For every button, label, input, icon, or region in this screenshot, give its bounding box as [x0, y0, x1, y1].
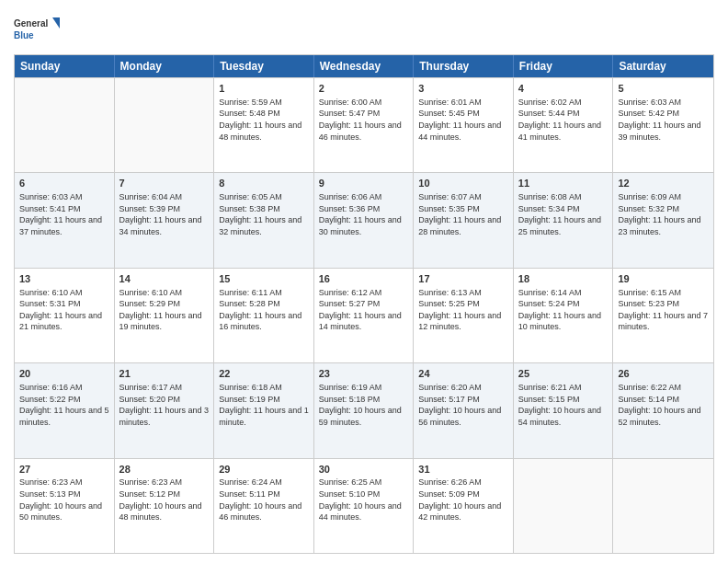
day-cell-29: 29Sunrise: 6:24 AM Sunset: 5:11 PM Dayli…	[214, 459, 314, 553]
day-cell-5: 5Sunrise: 6:03 AM Sunset: 5:42 PM Daylig…	[613, 78, 713, 172]
calendar: SundayMondayTuesdayWednesdayThursdayFrid…	[14, 54, 714, 554]
day-number: 21	[119, 367, 210, 381]
day-info: Sunrise: 6:19 AM Sunset: 5:18 PM Dayligh…	[319, 382, 409, 428]
header-cell-wednesday: Wednesday	[314, 55, 415, 77]
day-number: 11	[518, 177, 609, 190]
day-number: 24	[418, 367, 508, 381]
day-info: Sunrise: 6:20 AM Sunset: 5:17 PM Dayligh…	[418, 382, 508, 428]
day-info: Sunrise: 6:04 AM Sunset: 5:39 PM Dayligh…	[119, 191, 210, 237]
day-info: Sunrise: 6:07 AM Sunset: 5:35 PM Dayligh…	[418, 191, 508, 237]
day-number: 19	[618, 272, 709, 286]
day-number: 15	[219, 272, 309, 286]
day-number: 29	[219, 463, 309, 477]
day-cell-17: 17Sunrise: 6:13 AM Sunset: 5:25 PM Dayli…	[414, 269, 514, 362]
day-cell-27: 27Sunrise: 6:23 AM Sunset: 5:13 PM Dayli…	[15, 459, 115, 553]
svg-text:Blue: Blue	[14, 30, 34, 40]
empty-cell	[15, 78, 115, 172]
day-info: Sunrise: 6:11 AM Sunset: 5:28 PM Dayligh…	[219, 287, 309, 333]
day-cell-31: 31Sunrise: 6:26 AM Sunset: 5:09 PM Dayli…	[414, 459, 514, 553]
header-cell-friday: Friday	[514, 55, 614, 77]
day-cell-30: 30Sunrise: 6:25 AM Sunset: 5:10 PM Dayli…	[314, 459, 415, 553]
calendar-body: 1Sunrise: 5:59 AM Sunset: 5:48 PM Daylig…	[15, 77, 713, 553]
day-number: 30	[319, 463, 409, 477]
day-number: 4	[518, 82, 609, 96]
day-info: Sunrise: 6:18 AM Sunset: 5:19 PM Dayligh…	[219, 382, 309, 428]
header-cell-sunday: Sunday	[15, 55, 115, 77]
day-info: Sunrise: 6:10 AM Sunset: 5:29 PM Dayligh…	[119, 287, 210, 333]
day-number: 13	[19, 272, 109, 286]
day-cell-9: 9Sunrise: 6:06 AM Sunset: 5:36 PM Daylig…	[314, 173, 415, 267]
day-cell-16: 16Sunrise: 6:12 AM Sunset: 5:27 PM Dayli…	[314, 269, 415, 362]
page-header: General Blue	[14, 14, 714, 47]
day-info: Sunrise: 6:03 AM Sunset: 5:42 PM Dayligh…	[618, 97, 709, 143]
logo: General Blue	[14, 14, 60, 47]
day-cell-28: 28Sunrise: 6:23 AM Sunset: 5:12 PM Dayli…	[115, 459, 215, 553]
day-cell-23: 23Sunrise: 6:19 AM Sunset: 5:18 PM Dayli…	[314, 363, 415, 457]
calendar-header: SundayMondayTuesdayWednesdayThursdayFrid…	[15, 55, 713, 77]
day-info: Sunrise: 6:15 AM Sunset: 5:23 PM Dayligh…	[618, 287, 709, 333]
day-number: 18	[518, 272, 609, 286]
day-number: 27	[19, 463, 109, 477]
day-info: Sunrise: 6:01 AM Sunset: 5:45 PM Dayligh…	[418, 97, 508, 143]
day-cell-20: 20Sunrise: 6:16 AM Sunset: 5:22 PM Dayli…	[15, 363, 115, 457]
day-number: 14	[119, 272, 210, 286]
day-info: Sunrise: 6:00 AM Sunset: 5:47 PM Dayligh…	[319, 97, 409, 143]
day-cell-8: 8Sunrise: 6:05 AM Sunset: 5:38 PM Daylig…	[214, 173, 314, 267]
calendar-row: 1Sunrise: 5:59 AM Sunset: 5:48 PM Daylig…	[15, 77, 713, 172]
day-info: Sunrise: 6:25 AM Sunset: 5:10 PM Dayligh…	[319, 477, 409, 523]
day-number: 3	[418, 82, 508, 96]
day-number: 28	[119, 463, 210, 477]
day-info: Sunrise: 6:09 AM Sunset: 5:32 PM Dayligh…	[618, 191, 709, 237]
day-info: Sunrise: 6:21 AM Sunset: 5:15 PM Dayligh…	[518, 382, 609, 428]
day-info: Sunrise: 6:23 AM Sunset: 5:13 PM Dayligh…	[19, 477, 109, 523]
day-cell-15: 15Sunrise: 6:11 AM Sunset: 5:28 PM Dayli…	[214, 269, 314, 362]
day-info: Sunrise: 6:10 AM Sunset: 5:31 PM Dayligh…	[19, 287, 109, 333]
day-cell-22: 22Sunrise: 6:18 AM Sunset: 5:19 PM Dayli…	[214, 363, 314, 457]
day-cell-6: 6Sunrise: 6:03 AM Sunset: 5:41 PM Daylig…	[15, 173, 115, 267]
day-info: Sunrise: 6:03 AM Sunset: 5:41 PM Dayligh…	[19, 191, 109, 237]
day-info: Sunrise: 6:22 AM Sunset: 5:14 PM Dayligh…	[618, 382, 709, 428]
day-info: Sunrise: 6:08 AM Sunset: 5:34 PM Dayligh…	[518, 191, 609, 237]
day-number: 20	[19, 367, 109, 381]
day-number: 9	[319, 177, 409, 190]
day-info: Sunrise: 6:14 AM Sunset: 5:24 PM Dayligh…	[518, 287, 609, 333]
day-cell-18: 18Sunrise: 6:14 AM Sunset: 5:24 PM Dayli…	[514, 269, 614, 362]
empty-cell	[613, 459, 713, 553]
day-cell-4: 4Sunrise: 6:02 AM Sunset: 5:44 PM Daylig…	[514, 78, 614, 172]
empty-cell	[514, 459, 614, 553]
header-cell-monday: Monday	[115, 55, 215, 77]
day-cell-12: 12Sunrise: 6:09 AM Sunset: 5:32 PM Dayli…	[613, 173, 713, 267]
day-info: Sunrise: 6:12 AM Sunset: 5:27 PM Dayligh…	[319, 287, 409, 333]
day-info: Sunrise: 6:26 AM Sunset: 5:09 PM Dayligh…	[418, 477, 508, 523]
day-info: Sunrise: 6:23 AM Sunset: 5:12 PM Dayligh…	[119, 477, 210, 523]
logo-icon: General Blue	[14, 14, 60, 47]
calendar-row: 6Sunrise: 6:03 AM Sunset: 5:41 PM Daylig…	[15, 172, 713, 267]
day-cell-2: 2Sunrise: 6:00 AM Sunset: 5:47 PM Daylig…	[314, 78, 415, 172]
day-number: 22	[219, 367, 309, 381]
day-cell-1: 1Sunrise: 5:59 AM Sunset: 5:48 PM Daylig…	[214, 78, 314, 172]
calendar-row: 13Sunrise: 6:10 AM Sunset: 5:31 PM Dayli…	[15, 268, 713, 362]
day-cell-10: 10Sunrise: 6:07 AM Sunset: 5:35 PM Dayli…	[414, 173, 514, 267]
header-cell-thursday: Thursday	[414, 55, 514, 77]
day-info: Sunrise: 5:59 AM Sunset: 5:48 PM Dayligh…	[219, 97, 309, 143]
day-number: 10	[418, 177, 508, 190]
day-cell-19: 19Sunrise: 6:15 AM Sunset: 5:23 PM Dayli…	[613, 269, 713, 362]
day-cell-7: 7Sunrise: 6:04 AM Sunset: 5:39 PM Daylig…	[115, 173, 215, 267]
day-number: 26	[618, 367, 709, 381]
day-number: 7	[119, 177, 210, 190]
day-number: 1	[219, 82, 309, 96]
day-cell-11: 11Sunrise: 6:08 AM Sunset: 5:34 PM Dayli…	[514, 173, 614, 267]
day-cell-14: 14Sunrise: 6:10 AM Sunset: 5:29 PM Dayli…	[115, 269, 215, 362]
header-cell-saturday: Saturday	[613, 55, 713, 77]
header-cell-tuesday: Tuesday	[214, 55, 314, 77]
day-info: Sunrise: 6:17 AM Sunset: 5:20 PM Dayligh…	[119, 382, 210, 428]
day-info: Sunrise: 6:16 AM Sunset: 5:22 PM Dayligh…	[19, 382, 109, 428]
day-cell-25: 25Sunrise: 6:21 AM Sunset: 5:15 PM Dayli…	[514, 363, 614, 457]
day-info: Sunrise: 6:06 AM Sunset: 5:36 PM Dayligh…	[319, 191, 409, 237]
empty-cell	[115, 78, 215, 172]
day-number: 5	[618, 82, 709, 96]
day-number: 2	[319, 82, 409, 96]
svg-text:General: General	[14, 18, 48, 29]
day-info: Sunrise: 6:02 AM Sunset: 5:44 PM Dayligh…	[518, 97, 609, 143]
day-cell-13: 13Sunrise: 6:10 AM Sunset: 5:31 PM Dayli…	[15, 269, 115, 362]
